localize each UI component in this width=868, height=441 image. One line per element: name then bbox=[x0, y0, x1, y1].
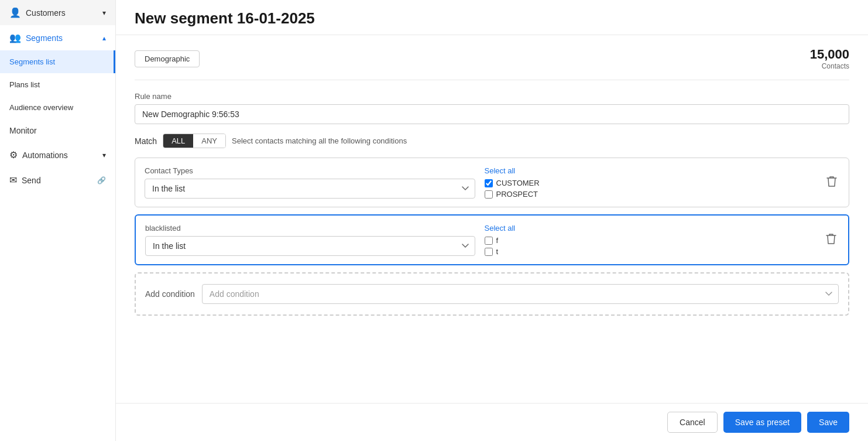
sidebar-item-segments[interactable]: 👥 Segments ▴ bbox=[0, 25, 115, 50]
condition-block-1: Contact Types In the list Select all CUS… bbox=[135, 158, 849, 207]
cancel-button[interactable]: Cancel bbox=[667, 412, 718, 433]
sidebar-send-label: Send bbox=[22, 176, 41, 185]
f-label: f bbox=[496, 236, 499, 245]
add-condition-select[interactable]: Add condition bbox=[202, 284, 839, 304]
checkbox-item-prospect[interactable]: PROSPECT bbox=[485, 190, 815, 199]
checkbox-prospect[interactable] bbox=[485, 190, 493, 199]
rule-name-input[interactable] bbox=[135, 104, 849, 124]
tab-demographic[interactable]: Demographic bbox=[135, 50, 200, 67]
add-condition-area: Add condition Add condition bbox=[135, 272, 849, 316]
save-button[interactable]: Save bbox=[807, 412, 849, 433]
condition-dropdown-2[interactable]: In the list bbox=[145, 236, 475, 256]
sidebar-item-send[interactable]: ✉ Send 🔗 bbox=[0, 167, 115, 193]
page-header: New segment 16-01-2025 bbox=[116, 0, 868, 35]
footer: Cancel Save as preset Save bbox=[116, 403, 868, 441]
checkbox-t[interactable] bbox=[485, 248, 493, 256]
chevron-up-icon: ▴ bbox=[102, 34, 106, 42]
main-content: New segment 16-01-2025 Demographic 15,00… bbox=[116, 0, 868, 441]
delete-condition-1-button[interactable] bbox=[824, 173, 839, 192]
match-label: Match bbox=[135, 136, 157, 146]
match-all-button[interactable]: ALL bbox=[163, 134, 193, 148]
main-body: Demographic 15,000 Contacts Rule name Ma… bbox=[116, 35, 868, 403]
checkbox-item-customer[interactable]: CUSTOMER bbox=[485, 179, 815, 187]
contacts-count: 15,000 Contacts bbox=[810, 47, 849, 70]
tab-bar: Demographic 15,000 Contacts bbox=[135, 47, 849, 70]
condition-type-label-1: Contact Types bbox=[145, 166, 475, 175]
condition-right-1: Select all CUSTOMER PROSPECT bbox=[485, 166, 815, 199]
delete-condition-2-button[interactable] bbox=[824, 231, 839, 249]
automations-icon: ⚙ bbox=[9, 149, 18, 160]
select-all-link-1[interactable]: Select all bbox=[485, 166, 815, 175]
divider bbox=[135, 80, 849, 80]
trash-icon-1 bbox=[826, 176, 837, 187]
match-buttons: ALL ANY bbox=[163, 134, 226, 148]
match-description: Select contacts matching all the followi… bbox=[232, 136, 407, 145]
sidebar-plans-list-label: Plans list bbox=[9, 80, 40, 89]
rule-section: Rule name bbox=[135, 92, 849, 124]
condition-row-2: blacklisted In the list Select all f bbox=[145, 224, 839, 256]
person-icon: 👤 bbox=[9, 7, 21, 18]
condition-type-label-2: blacklisted bbox=[145, 224, 475, 233]
t-label: t bbox=[496, 247, 499, 256]
sidebar-item-audience-overview[interactable]: Audience overview bbox=[0, 96, 115, 119]
chevron-down-icon-automations: ▾ bbox=[102, 151, 106, 159]
trash-icon-2 bbox=[826, 233, 836, 245]
segments-icon: 👥 bbox=[9, 32, 21, 43]
sidebar-automations-label: Automations bbox=[22, 151, 68, 160]
sidebar-item-monitor[interactable]: Monitor bbox=[0, 119, 115, 142]
select-all-link-2[interactable]: Select all bbox=[485, 224, 815, 233]
sidebar-item-automations[interactable]: ⚙ Automations ▾ bbox=[0, 142, 115, 167]
condition-left-2: blacklisted In the list bbox=[145, 224, 475, 256]
sidebar-monitor-label: Monitor bbox=[9, 126, 37, 135]
sidebar-customers-label: Customers bbox=[26, 8, 66, 18]
chevron-down-icon: ▾ bbox=[102, 9, 106, 17]
condition-dropdown-1[interactable]: In the list bbox=[145, 179, 475, 199]
sidebar-item-customers[interactable]: 👤 Customers ▾ bbox=[0, 0, 115, 25]
rule-name-label: Rule name bbox=[135, 92, 849, 101]
sidebar-item-segments-list[interactable]: Segments list bbox=[0, 50, 115, 73]
prospect-label: PROSPECT bbox=[496, 190, 538, 199]
checkbox-f[interactable] bbox=[485, 237, 493, 245]
condition-row-1: Contact Types In the list Select all CUS… bbox=[145, 166, 839, 199]
link-icon: 🔗 bbox=[97, 176, 106, 184]
save-preset-button[interactable]: Save as preset bbox=[723, 412, 801, 433]
condition-left-1: Contact Types In the list bbox=[145, 166, 475, 199]
sidebar-segments-list-label: Segments list bbox=[9, 57, 55, 66]
customer-label: CUSTOMER bbox=[496, 179, 540, 187]
match-any-button[interactable]: ANY bbox=[193, 134, 225, 148]
sidebar-audience-label: Audience overview bbox=[9, 103, 73, 112]
contacts-number: 15,000 bbox=[810, 47, 849, 62]
checkbox-item-f[interactable]: f bbox=[485, 236, 815, 245]
match-row: Match ALL ANY Select contacts matching a… bbox=[135, 134, 849, 148]
contacts-label: Contacts bbox=[810, 62, 849, 70]
checkbox-list-1: CUSTOMER PROSPECT bbox=[485, 179, 815, 199]
send-icon: ✉ bbox=[9, 175, 17, 186]
add-condition-label: Add condition bbox=[145, 289, 195, 299]
checkbox-item-t[interactable]: t bbox=[485, 247, 815, 256]
page-title: New segment 16-01-2025 bbox=[135, 9, 849, 28]
condition-block-2: blacklisted In the list Select all f bbox=[135, 214, 849, 265]
sidebar-item-plans-list[interactable]: Plans list bbox=[0, 73, 115, 96]
sidebar-segments-label: Segments bbox=[26, 33, 63, 43]
checkbox-customer[interactable] bbox=[485, 179, 493, 187]
checkbox-list-2: f t bbox=[485, 236, 815, 256]
sidebar: 👤 Customers ▾ 👥 Segments ▴ Segments list… bbox=[0, 0, 116, 441]
condition-right-2: Select all f t bbox=[485, 224, 815, 256]
